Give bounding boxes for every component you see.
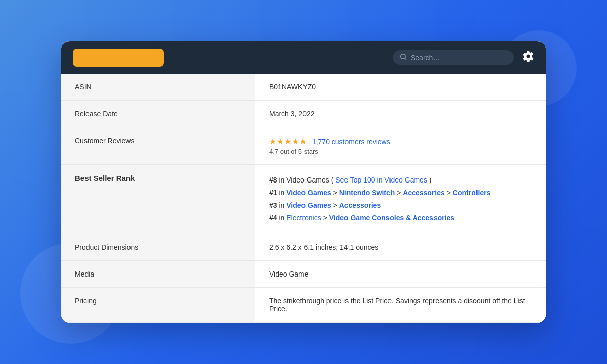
- navbar-right: Search...: [393, 50, 534, 65]
- bsr-rank-3: #3 in Video Games > Accessories: [269, 199, 532, 212]
- navbar: Search...: [61, 41, 546, 74]
- settings-icon[interactable]: [522, 50, 534, 65]
- bsr-rank-4: #4 in Electronics > Video Game Consoles …: [269, 212, 532, 224]
- table-row: Media Video Game: [61, 261, 546, 288]
- table-row: ASIN B01NAWKYZ0: [61, 74, 546, 101]
- bsr-link-vg[interactable]: Video Games: [286, 189, 331, 197]
- review-sub-text: 4.7 out of 5 stars: [269, 148, 532, 155]
- info-table: ASIN B01NAWKYZ0 Release Date March 3, 20…: [61, 74, 546, 323]
- table-row: Customer Reviews ★★★★★ 1,770 customers r…: [61, 127, 546, 164]
- bsr-link-electronics[interactable]: Electronics: [286, 214, 321, 222]
- main-card: Search... ASIN B01NAWKYZ0 Release Date M…: [61, 41, 546, 323]
- logo[interactable]: [73, 49, 164, 67]
- row-value-reviews: ★★★★★ 1,770 customers reviews 4.7 out of…: [255, 127, 546, 164]
- row-label-pricing: Pricing: [61, 288, 255, 323]
- row-label-dimensions: Product Dimensions: [61, 234, 255, 261]
- row-label-asin: ASIN: [61, 74, 255, 101]
- row-value-release-date: March 3, 2022: [255, 100, 546, 127]
- bsr-number-4: #4: [269, 214, 277, 222]
- review-count-link[interactable]: 1,770 customers reviews: [312, 138, 391, 146]
- bsr-rank-2: #1 in Video Games > Nintendo Switch > Ac…: [269, 187, 532, 199]
- bsr-link-controllers[interactable]: Controllers: [453, 189, 491, 197]
- row-value-bsr: #8 in Video Games ( See Top 100 in Video…: [255, 164, 546, 234]
- row-label-media: Media: [61, 261, 255, 288]
- bsr-link-top100[interactable]: See Top 100 in Video Games: [335, 176, 427, 184]
- row-label-reviews: Customer Reviews: [61, 127, 255, 164]
- bsr-number-1: #8: [269, 176, 277, 184]
- bsr-link-vg-2[interactable]: Video Games: [286, 201, 331, 209]
- bsr-link-accessories[interactable]: Accessories: [403, 189, 445, 197]
- bsr-link-acc-2[interactable]: Accessories: [339, 201, 381, 209]
- table-row: Pricing The strikethrough price is the L…: [61, 288, 546, 323]
- row-value-asin: B01NAWKYZ0: [255, 74, 546, 101]
- svg-line-1: [405, 58, 406, 60]
- row-value-dimensions: 2.6 x 6.2 x 6.1 inches; 14.1 ounces: [255, 234, 546, 261]
- row-label-release-date: Release Date: [61, 100, 255, 127]
- search-placeholder: Search...: [411, 54, 439, 62]
- best-seller-rank-row: Best Seller Rank #8 in Video Games ( See…: [61, 164, 546, 234]
- bsr-link-consoles[interactable]: Video Game Consoles & Accessories: [329, 214, 454, 222]
- search-box[interactable]: Search...: [393, 50, 514, 65]
- bsr-number-2: #1: [269, 189, 277, 197]
- table-row: Release Date March 3, 2022: [61, 100, 546, 127]
- row-value-media: Video Game: [255, 261, 546, 288]
- bsr-rank-1: #8 in Video Games ( See Top 100 in Video…: [269, 174, 532, 187]
- row-label-bsr: Best Seller Rank: [61, 164, 255, 234]
- row-value-pricing: The strikethrough price is the List Pric…: [255, 288, 546, 323]
- search-icon: [400, 53, 407, 62]
- star-rating: ★★★★★: [269, 137, 307, 146]
- table-row: Product Dimensions 2.6 x 6.2 x 6.1 inche…: [61, 234, 546, 261]
- bsr-number-3: #3: [269, 201, 277, 209]
- bsr-plain-1: in Video Games (: [279, 176, 333, 184]
- bsr-link-switch[interactable]: Nintendo Switch: [339, 189, 395, 197]
